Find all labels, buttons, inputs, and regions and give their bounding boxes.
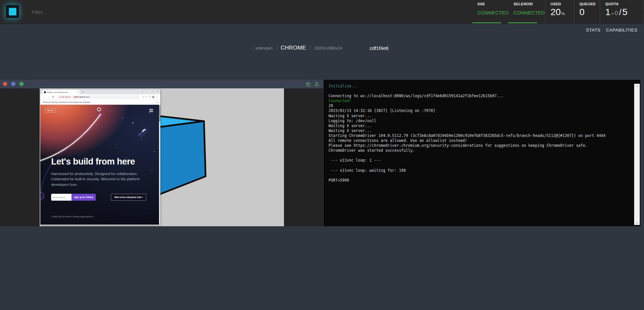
browser-tab-title: GitHub: Let's build from he — [47, 91, 76, 93]
scroll-down-icon[interactable]: ▼ — [634, 222, 640, 224]
profile-avatar[interactable] — [152, 96, 154, 98]
share-icon[interactable]: ◁ — [142, 96, 144, 98]
used-unit: % — [561, 11, 565, 16]
github-page: Sign up Let's build from here Harnessed … — [40, 105, 160, 225]
github-favicon — [44, 91, 46, 93]
enterprise-trial-button[interactable]: Start a free enterprise trial > — [111, 194, 147, 201]
vnc-screen[interactable]: GitHub: Let's build from he × + ⌄ – □ × … — [0, 88, 323, 226]
vnc-minimize-button[interactable] — [11, 82, 15, 86]
not-secure-label[interactable]: Not secure — [61, 96, 71, 98]
session-resolution: 1920x1080x24 — [314, 46, 342, 51]
status-bar: SSE CONNECTED SELENOID CONNECTED USED 20… — [472, 0, 644, 24]
reload-icon[interactable]: ↻ — [52, 96, 54, 99]
queued-stat: QUEUED 0 — [574, 0, 600, 24]
window-maximize-icon[interactable]: □ — [152, 90, 153, 92]
url-scheme: https — [74, 96, 78, 98]
window-close-icon[interactable]: × — [157, 90, 158, 92]
tab-close-icon[interactable]: × — [77, 91, 78, 93]
window-minimize-icon[interactable]: – — [147, 90, 149, 92]
bookmark-star-icon[interactable]: ☆ — [145, 96, 147, 98]
vnc-panel: GitHub: Let's build from he × + ⌄ – □ × … — [0, 80, 323, 226]
upload-icon[interactable] — [314, 81, 319, 87]
url-text: ://github.com — [78, 96, 90, 98]
browser-tab-strip: GitHub: Let's build from he × + ⌄ – □ × — [40, 89, 160, 94]
selenoid-status: SELENOID CONNECTED — [508, 0, 545, 24]
log-line: All remote connections are allowed. Use … — [329, 138, 629, 143]
tab-stats[interactable]: STATS — [586, 28, 600, 33]
vnc-close-button[interactable] — [3, 82, 7, 86]
quota-value: 1+0/5 — [605, 7, 644, 17]
vnc-fullscreen-button[interactable] — [19, 82, 24, 86]
back-icon[interactable]: ← — [43, 96, 46, 99]
kebab-menu-icon[interactable]: ⋮ — [156, 96, 158, 98]
filter-input[interactable] — [31, 6, 170, 18]
session-id: cdf1f4e6 — [370, 45, 389, 51]
selenoid-logo-icon — [9, 8, 16, 15]
log-line: Starting ChromeDriver 104.0.5112.79 (3cf… — [329, 133, 629, 138]
quota-label: QUOTA — [605, 2, 644, 6]
selenoid-ui-app: SSE CONNECTED SELENOID CONNECTED USED 20… — [0, 0, 644, 310]
session-log-panel: Initialize... Connecting to ws://localho… — [324, 80, 640, 226]
scroll-up-icon[interactable]: ▲ — [634, 85, 640, 87]
chrome-browser-window[interactable]: GitHub: Let's build from he × + ⌄ – □ × … — [40, 89, 160, 225]
log-line: Waiting X server... — [329, 123, 629, 128]
log-scrollbar[interactable]: ▲ ▼ — [634, 84, 640, 225]
address-bar[interactable]: ▲ Not secure https ://github.com — [57, 95, 140, 99]
queued-label: QUEUED — [579, 2, 600, 6]
infobar-close-icon[interactable]: × — [156, 101, 158, 104]
quota-stat: QUOTA 1+0/5 — [600, 0, 644, 24]
session-quota-user: unknown — [255, 46, 272, 51]
log-line: --- x11vnc loop: 1 --- — [329, 158, 629, 163]
log-line: 20 — [329, 103, 629, 108]
automation-infobar: Chrome is being controlled by automated … — [40, 100, 160, 105]
log-line — [329, 163, 629, 168]
queued-value: 0 — [579, 7, 600, 17]
log-line: Waiting X server... — [329, 128, 629, 133]
hamburger-menu-icon[interactable] — [149, 109, 153, 113]
log-line: 2023/02/13 14:32:16 [INIT] [Listening on… — [329, 108, 629, 113]
log-line — [329, 173, 629, 178]
browser-tab[interactable]: GitHub: Let's build from he × — [43, 90, 79, 94]
divider — [73, 96, 73, 98]
tab-search-icon[interactable]: ⌄ — [141, 90, 143, 93]
new-tab-button[interactable]: + — [82, 90, 84, 93]
used-value: 20% — [551, 7, 574, 17]
view-tabs: STATS CAPABILITIES — [586, 28, 637, 33]
log-output: Initialize... Connecting to ws://localho… — [329, 84, 629, 183]
vnc-header — [0, 80, 323, 88]
scrollbar-thumb[interactable] — [159, 106, 160, 122]
spaceship-illustration — [136, 128, 150, 141]
copy-icon[interactable] — [306, 81, 311, 87]
infobar-message: Chrome is being controlled by automated … — [43, 101, 91, 103]
github-signup-button[interactable]: Sign up — [45, 108, 56, 113]
github-octocat-logo[interactable] — [97, 107, 101, 111]
used-stat: USED 20% — [545, 0, 574, 24]
selenoid-label: SELENOID — [513, 2, 545, 6]
separator: / — [276, 45, 277, 51]
remote-desktop[interactable]: GitHub: Let's build from he × + ⌄ – □ × … — [40, 88, 284, 226]
forward-icon[interactable]: → — [48, 96, 50, 99]
log-line: Connecting to ws://localhost:8080/ws/log… — [329, 94, 629, 99]
log-line — [329, 89, 629, 94]
log-line: Initialize... — [329, 84, 629, 89]
session-browser: CHROME — [281, 45, 306, 51]
selenoid-logo-button[interactable] — [6, 5, 19, 18]
sse-status: SSE CONNECTED — [472, 0, 508, 24]
selenoid-status-value: CONNECTED — [513, 10, 545, 15]
scroll-down-icon[interactable]: ▼ — [159, 223, 160, 225]
separator: / — [309, 45, 311, 51]
browser-toolbar: ← → ↻ ▲ Not secure https ://github.com ◁… — [40, 94, 160, 100]
sse-label: SSE — [477, 2, 508, 6]
page-scrollbar[interactable]: ▲ ▼ — [159, 105, 160, 225]
used-label: USED — [551, 2, 574, 6]
session-row[interactable]: unknown / CHROME / 1920x1080x24 cdf1f4e6 — [255, 45, 389, 51]
hero-heading: Let's build from here — [51, 157, 153, 167]
side-panel-icon[interactable]: ▢ — [149, 96, 151, 98]
warning-icon: ▲ — [59, 96, 61, 98]
log-line: ChromeDriver was started successfully. — [329, 148, 629, 153]
log-line: Waiting X server... — [329, 114, 629, 119]
trusted-orgs-link[interactable]: Trusted by the world's leading organizat… — [51, 215, 94, 218]
email-field[interactable] — [51, 194, 71, 201]
tab-capabilities[interactable]: CAPABILITIES — [606, 28, 637, 33]
signup-for-github-button[interactable]: Sign up for GitHub — [71, 194, 96, 201]
